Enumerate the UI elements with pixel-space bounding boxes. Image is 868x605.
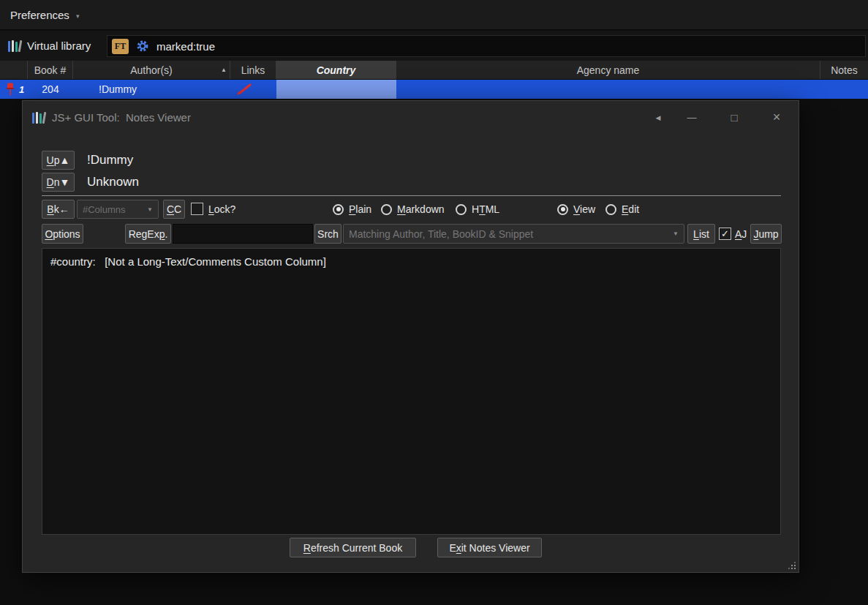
radio-button-icon [333, 204, 344, 215]
chevron-down-icon: ▼ [147, 206, 153, 213]
table-header: Book # Author(s) ▲ Links Country Agency … [0, 61, 868, 80]
authors-cell: !Dummy [99, 80, 137, 99]
preferences-label: Preferences [10, 9, 69, 21]
chevron-down-icon: ▼ [673, 230, 679, 237]
minimize-button[interactable]: — [679, 101, 704, 134]
column-header-links[interactable]: Links [230, 61, 276, 79]
maximize-button[interactable]: □ [722, 101, 747, 134]
radio-view[interactable]: View [557, 200, 595, 219]
book-title-label: !Dummy [87, 151, 133, 170]
down-button[interactable]: Dn▼ [42, 173, 75, 192]
jump-button[interactable]: Jump [750, 224, 782, 244]
column-header-agency-name[interactable]: Agency name [396, 61, 820, 79]
srch-button[interactable]: Srch [314, 224, 341, 244]
close-button[interactable]: × [764, 101, 789, 134]
virtual-library-label: Virtual library [27, 40, 91, 52]
pin-icon [5, 83, 15, 96]
column-header-row-number[interactable] [0, 61, 28, 79]
full-text-search-badge[interactable]: FT [112, 39, 129, 54]
dialog-title: JS+ GUI Tool: Notes Viewer [52, 111, 191, 124]
row-number-cell: 1 [19, 80, 24, 99]
search-input[interactable] [173, 224, 313, 244]
regexp-button[interactable]: RegExp. [125, 224, 171, 244]
radio-button-icon [605, 204, 616, 215]
aj-checkbox[interactable]: ✓ [719, 228, 731, 240]
sort-ascending-icon: ▲ [221, 67, 227, 73]
bk-button[interactable]: Bk← [42, 200, 75, 219]
options-button[interactable]: Options [42, 224, 83, 244]
lock-label: Lock? [208, 200, 235, 219]
column-header-book-number[interactable]: Book # [28, 61, 73, 79]
back-icon[interactable]: ◀ [646, 101, 671, 134]
column-header-country[interactable]: Country [276, 61, 396, 79]
preferences-button[interactable]: Preferences ▾ [0, 0, 89, 30]
chevron-down-icon: ▾ [76, 12, 80, 20]
library-toolbar: Virtual library FT marked:true [0, 31, 868, 61]
match-dropdown-placeholder: Matching Author, Title, BookID & Snippet [349, 228, 533, 240]
columns-dropdown[interactable]: #Columns ▼ [77, 200, 159, 219]
aj-label: AJ [735, 224, 747, 244]
refresh-current-book-button[interactable]: Refresh Current Book [290, 538, 416, 557]
search-bar[interactable]: FT marked:true [107, 35, 866, 57]
search-query-text: marked:true [156, 40, 215, 53]
library-icon [32, 112, 45, 124]
country-cell[interactable] [276, 80, 396, 99]
radio-html[interactable]: HTML [456, 200, 499, 219]
dialog-title-bar[interactable]: JS+ GUI Tool: Notes Viewer ◀ — □ × [23, 101, 799, 134]
radio-button-icon [381, 204, 392, 215]
pen-icon [235, 83, 253, 96]
menu-bar: Preferences ▾ [0, 0, 868, 30]
up-button[interactable]: Up▲ [42, 151, 75, 170]
check-icon: ✓ [721, 229, 729, 238]
library-books-icon [8, 40, 21, 52]
divider [42, 195, 781, 196]
lock-checkbox[interactable] [191, 203, 203, 215]
book-number-cell: 204 [28, 80, 73, 99]
app-window: Preferences ▾ Virtual library FT marked:… [0, 0, 868, 605]
radio-markdown[interactable]: Markdown [381, 200, 445, 219]
resize-grip[interactable] [787, 560, 796, 570]
match-dropdown[interactable]: Matching Author, Title, BookID & Snippet… [343, 224, 684, 244]
radio-edit[interactable]: Edit [605, 200, 639, 219]
radio-button-icon [557, 204, 568, 215]
gear-icon[interactable] [136, 40, 149, 53]
column-header-authors[interactable]: Author(s) ▲ [73, 61, 230, 79]
radio-button-icon [456, 204, 467, 215]
list-button[interactable]: List [687, 224, 715, 244]
virtual-library-button[interactable]: Virtual library [0, 31, 99, 61]
notes-viewer-dialog: JS+ GUI Tool: Notes Viewer ◀ — □ × Up▲ !… [22, 100, 799, 573]
exit-notes-viewer-button[interactable]: Exit Notes Viewer [437, 538, 542, 557]
radio-plain[interactable]: Plain [333, 200, 371, 219]
cc-button[interactable]: CC [163, 200, 185, 219]
notes-content-area[interactable]: #country: [Not a Long-Text/Comments Cust… [42, 248, 781, 535]
book-author-label: Unknown [87, 173, 139, 192]
table-row[interactable]: 1 204 !Dummy [0, 80, 868, 99]
column-header-notes[interactable]: Notes [820, 61, 868, 79]
